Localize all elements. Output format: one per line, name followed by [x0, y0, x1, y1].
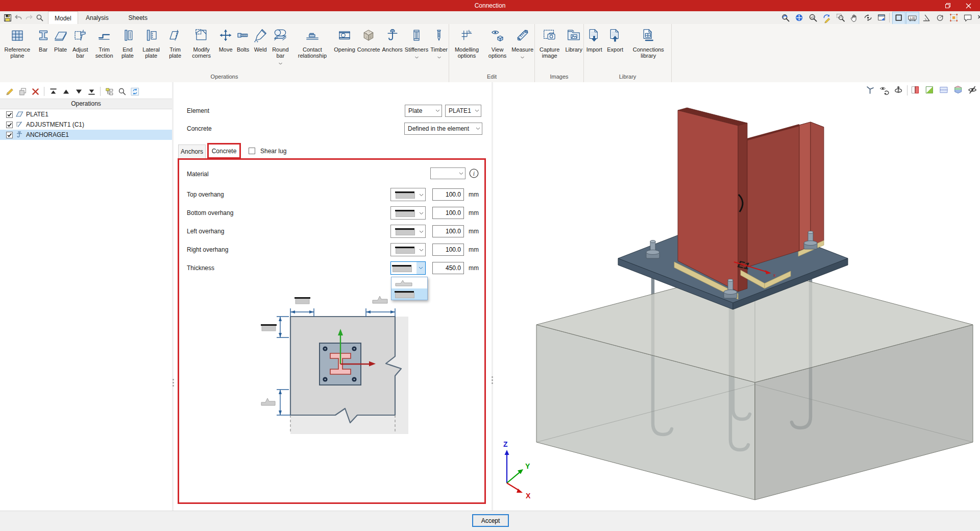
- ribbon-item-trim-section[interactable]: Trim section: [91, 28, 117, 59]
- left-splitter-grip[interactable]: [172, 376, 174, 389]
- ribbon-item-plate[interactable]: Plate: [52, 28, 69, 53]
- material-info-button[interactable]: i: [469, 168, 479, 178]
- ribbon-item-export[interactable]: Export: [606, 28, 624, 53]
- tree-group-tree-button[interactable]: [104, 86, 115, 97]
- close-button[interactable]: [960, 0, 977, 11]
- viewtool-angle-button[interactable]: [920, 12, 933, 25]
- tree-delete-button[interactable]: [30, 86, 41, 97]
- quickaccess-redo-button[interactable]: [23, 12, 34, 23]
- quickaccess-undo-button[interactable]: [13, 12, 23, 23]
- left-splitter[interactable]: [172, 82, 174, 511]
- ribbon-tab-analysis[interactable]: Analysis: [80, 11, 115, 24]
- operation-tree-item[interactable]: ANCHORAGE1: [0, 130, 172, 140]
- ribbon-item-trim-plate[interactable]: Trim plate: [164, 28, 186, 59]
- quickaccess-search-button[interactable]: [34, 12, 45, 23]
- ribbon-item-library[interactable]: Library: [564, 28, 583, 53]
- ribbon-item-end-plate[interactable]: End plate: [117, 28, 138, 59]
- viewtool-comment-button[interactable]: [961, 12, 974, 25]
- operation-tree-item[interactable]: ADJUSTMENT1 (C1): [0, 119, 172, 130]
- ribbon-item-lateral-plate[interactable]: Lateral plate: [138, 28, 164, 59]
- viewtool-zoom-x2-button[interactable]: x2: [806, 12, 820, 25]
- concrete-definition-combo[interactable]: Defined in the element: [404, 123, 482, 135]
- element-type-combo[interactable]: Plate: [405, 105, 442, 117]
- ribbon-item-weld[interactable]: Weld: [252, 28, 269, 53]
- tree-refresh-button[interactable]: [129, 86, 140, 97]
- viewtool-pan-button[interactable]: [848, 12, 861, 25]
- ribbon-item-opening[interactable]: Opening: [333, 28, 356, 53]
- tree-move-down-button[interactable]: [73, 86, 84, 97]
- viewtool-snap-button[interactable]: [947, 12, 961, 25]
- viewtool-view-window-button[interactable]: [875, 12, 889, 25]
- viewport-section-red-button[interactable]: [910, 84, 922, 96]
- viewport-diag-green-button[interactable]: [924, 84, 936, 96]
- tree-search-button[interactable]: [116, 86, 128, 97]
- ribbon-tab-model[interactable]: Model: [48, 11, 78, 25]
- checkbox-checked-icon[interactable]: [6, 111, 13, 118]
- ribbon-item-bolts[interactable]: Bolts: [234, 28, 252, 53]
- ribbon-item-capture-image[interactable]: Capture image: [535, 28, 564, 59]
- linestyle-combo-0[interactable]: [390, 188, 426, 201]
- quickaccess-save-button[interactable]: [2, 12, 13, 23]
- ribbon-item-stiffeners[interactable]: Stiffeners: [404, 28, 429, 60]
- viewtool-zoom-fit-button[interactable]: [779, 12, 792, 25]
- material-combo[interactable]: [430, 167, 465, 179]
- 3d-viewport[interactable]: E1 x Z Y X 3D: [493, 82, 980, 511]
- tree-move-first-button[interactable]: [47, 86, 59, 97]
- ribbon-tab-sheets[interactable]: Sheets: [122, 11, 154, 24]
- tree-move-last-button[interactable]: [86, 86, 97, 97]
- viewport-dash-blue-button[interactable]: [938, 84, 950, 96]
- ribbon-item-adjust-bar[interactable]: Adjust bar: [69, 28, 91, 59]
- ribbon-item-reference-plane[interactable]: Reference plane: [0, 28, 35, 59]
- viewport-tripod-button[interactable]: [864, 84, 876, 96]
- ribbon-item-contact-relationship[interactable]: Contact relationship: [292, 28, 333, 59]
- tree-copy-button[interactable]: [17, 86, 28, 97]
- shear-lug-checkbox[interactable]: [249, 148, 255, 154]
- param-value-input[interactable]: [432, 188, 464, 201]
- ribbon-item-view-options[interactable]: View options: [484, 28, 510, 59]
- viewtool-wireframe-button[interactable]: [892, 12, 905, 25]
- param-value-input[interactable]: [432, 244, 464, 256]
- ribbon-item-connections-library[interactable]: Connections library: [627, 28, 670, 59]
- viewport-eye-orbit-button[interactable]: [878, 84, 891, 96]
- element-name-combo[interactable]: PLATE1: [445, 105, 481, 117]
- operation-tree-item[interactable]: PLATE1: [0, 109, 172, 119]
- viewport-orbit-anchor-button[interactable]: [893, 84, 905, 96]
- viewtool-orbit-button[interactable]: [862, 12, 875, 25]
- tree-move-up-button[interactable]: [60, 86, 71, 97]
- viewtool-zoom-window-button[interactable]: [834, 12, 847, 25]
- ribbon-item-round-bar[interactable]: Round bar: [269, 28, 292, 66]
- ribbon-item-bar[interactable]: Bar: [35, 28, 52, 53]
- linestyle-combo-4[interactable]: [390, 261, 426, 275]
- ribbon-item-anchors[interactable]: Anchors: [381, 28, 404, 53]
- param-value-input[interactable]: [432, 262, 464, 274]
- viewtool-redraw-button[interactable]: [820, 12, 834, 25]
- restore-button[interactable]: [939, 0, 957, 11]
- dropdown-option-line-break[interactable]: [391, 277, 427, 288]
- ribbon-item-label: Opening: [334, 46, 355, 53]
- param-value-input[interactable]: [432, 225, 464, 237]
- tree-edit-button[interactable]: [4, 86, 15, 97]
- checkbox-checked-icon[interactable]: [6, 132, 13, 138]
- viewport-layers-cube-button[interactable]: [952, 84, 965, 96]
- ribbon-item-concrete[interactable]: Concrete: [356, 28, 381, 53]
- tab-concrete[interactable]: Concrete: [207, 143, 241, 159]
- ribbon-item-timber[interactable]: Timber: [429, 28, 449, 60]
- viewtool-rotate-button[interactable]: [934, 12, 947, 25]
- param-value-input[interactable]: [432, 207, 464, 219]
- ribbon-item-move[interactable]: Move: [217, 28, 234, 53]
- viewtool-zoom-extents-button[interactable]: [793, 12, 806, 25]
- checkbox-checked-icon[interactable]: [6, 122, 13, 128]
- dropdown-option-line-solid[interactable]: [391, 288, 427, 300]
- linestyle-combo-3[interactable]: [390, 243, 426, 256]
- ribbon-item-import[interactable]: Import: [585, 28, 603, 53]
- linestyle-combo-2[interactable]: [390, 225, 426, 238]
- viewport-eye-slash-button[interactable]: [967, 84, 979, 96]
- ribbon-item-modify-corners[interactable]: Modify corners: [186, 28, 217, 59]
- viewtool-dimensions-button[interactable]: 1.00: [906, 12, 919, 25]
- linestyle-combo-1[interactable]: [390, 206, 426, 220]
- ribbon-item-modelling-options[interactable]: Modelling options: [449, 28, 484, 59]
- tab-anchors[interactable]: Anchors: [178, 144, 206, 158]
- accept-button[interactable]: Accept: [472, 514, 509, 527]
- ribbon-item-measure[interactable]: Measure: [510, 28, 534, 60]
- viewtool-tools-button[interactable]: [975, 12, 980, 25]
